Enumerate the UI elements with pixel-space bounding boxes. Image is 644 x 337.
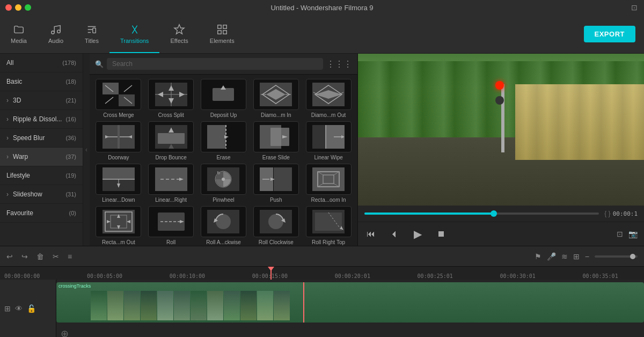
svg-rect-7 [223,30,226,33]
svg-point-0 [52,31,55,34]
settings-button[interactable]: ≡ [68,252,72,261]
transition-recta-out[interactable]: Recta...m Out [94,206,143,245]
transition-thumb-erase [201,121,246,152]
split-icon[interactable]: ⊞ [573,252,580,261]
tab-transitions[interactable]: Transitions [109,15,159,53]
redo-button[interactable]: ↪ [21,252,28,261]
rewind-button[interactable]: ⏮ [364,227,377,241]
svg-marker-3 [174,24,184,33]
panel-collapse-button[interactable]: ‹ [83,54,90,246]
svg-rect-56 [312,125,326,149]
transition-roll-ackwise[interactable]: Roll A...ckwise [199,206,248,245]
minimize-button[interactable] [15,4,21,11]
transition-cross-split[interactable]: Cross Split [147,79,196,118]
track-lock-icon[interactable]: 🔓 [27,304,36,313]
export-button[interactable]: EXPORT [584,26,635,42]
zoom-out-icon[interactable]: − [585,252,589,261]
tab-elements[interactable]: Elements [199,15,245,53]
zoom-track [595,255,638,258]
transition-doorway[interactable]: Doorway [94,121,143,160]
transition-roll[interactable]: Roll [147,206,196,245]
transition-diamond-in[interactable]: Diamo...m In [251,79,301,118]
cut-button[interactable]: ✂ [53,252,59,261]
zoom-slider[interactable] [595,255,638,258]
transition-erase-slide[interactable]: Erase Slide [251,121,301,160]
sidebar-item-basic[interactable]: Basic (18) [0,72,83,91]
sidebar-item-warp[interactable]: › Warp (37) [0,148,83,166]
sidebar-item-all[interactable]: All (178) [0,54,83,72]
signal-light-green [495,96,504,105]
transition-roll-right-top[interactable]: Roll Right Top [304,206,353,245]
train-stripes [515,84,644,160]
ruler-mark-3: 00:00:15:00 [252,273,288,279]
tab-media[interactable]: Media [0,15,38,53]
track-label-icons: ⊞ 👁 🔓 [4,304,52,313]
playhead-ruler[interactable] [270,267,272,280]
step-back-button[interactable]: ⏴ [388,227,401,241]
add-track-button[interactable]: ⊕ [61,328,69,337]
clip-frame [257,291,273,320]
playhead-track-line [303,282,304,323]
tab-effects[interactable]: Effects [159,15,199,53]
delete-button[interactable]: 🗑 [36,252,44,261]
arrow-icon-slideshow: › [6,191,9,198]
main-toolbar: Media Audio Titles Transitions Effects E… [0,15,644,54]
grid-view-toggle[interactable]: ⋮⋮⋮ [326,59,352,69]
transition-linear-wipe[interactable]: Linear Wipe [304,121,353,160]
search-input[interactable] [107,58,323,70]
transition-recta-in[interactable]: Recta...oom In [304,164,353,203]
sidebar-item-slideshow[interactable]: › Slideshow (31) [0,185,83,204]
zoom-thumb[interactable] [630,254,635,259]
preview-time-box: { } 00:00:1 [604,210,638,217]
tab-titles[interactable]: Titles [74,15,109,53]
clip-frame [191,291,207,320]
snapshot-icon[interactable]: 📷 [628,230,638,238]
sidebar-item-speedblur[interactable]: › Speed Blur (36) [0,129,83,148]
transition-thumb-cross-split [148,79,194,110]
sidebar-item-3d[interactable]: › 3D (21) [0,91,83,110]
stop-button[interactable]: ⏹ [435,227,448,241]
transition-push[interactable]: Push [251,164,301,203]
arrow-icon-warp: › [6,153,9,160]
mic-icon[interactable]: 🎤 [547,252,556,261]
transition-drop-bounce[interactable]: Drop Bounce [147,121,196,160]
preview-progress-fill [364,213,494,215]
transition-cross-merge[interactable]: Cross Merge [94,79,143,118]
maximize-button[interactable] [25,4,31,11]
sidebar-item-ripple[interactable]: › Ripple & Dissol... (16) [0,110,83,129]
music-icon [50,24,62,35]
transition-thumb-recta-in [306,164,352,195]
clip-label: crossingTracks [58,283,91,289]
track-eye-icon[interactable]: 👁 [15,304,23,313]
transition-linear-down[interactable]: Linear...Down [94,164,143,203]
transition-thumb-roll-right-top [306,206,352,237]
sidebar-item-favourite[interactable]: Favourite (0) [0,204,83,223]
timeline-tracks: ⊞ 👁 🔓 crossingTracks [0,280,644,337]
sidebar-item-lifestyle[interactable]: Lifestyle (19) [0,166,83,185]
transition-thumb-cross-merge [96,79,141,110]
track-grid-icon[interactable]: ⊞ [4,304,11,313]
ruler-mark-2: 00:00:10:00 [170,273,205,279]
transition-pinwheel[interactable]: ↻ Pinwheel [199,164,248,203]
pip-icon[interactable]: ⊡ [617,230,623,238]
transitions-grid-panel: 🔍 ⋮⋮⋮ [90,54,358,246]
svg-rect-8 [103,83,119,94]
close-button[interactable] [5,4,12,11]
transition-erase[interactable]: Erase [199,121,248,160]
layers-icon[interactable]: ≋ [561,252,568,261]
window-icon: ⊡ [631,3,638,12]
video-clip[interactable]: crossingTracks [56,282,644,323]
signal-light-red [495,81,504,90]
flag-icon[interactable]: ⚑ [535,252,541,261]
preview-time: 00:00:1 [613,210,638,217]
transition-diamond-out[interactable]: Diamo...m Out [304,79,353,118]
play-button[interactable]: ▶ [412,225,424,243]
tab-audio[interactable]: Audio [38,15,74,53]
preview-progress-thumb[interactable] [491,210,497,217]
transition-roll-clockwise[interactable]: Roll Clockwise [251,206,301,245]
svg-rect-5 [223,25,226,28]
preview-progress-track[interactable] [364,213,599,215]
transition-linear-right[interactable]: Linear...Right [147,164,196,203]
undo-button[interactable]: ↩ [6,252,13,261]
transition-deposit-up[interactable]: Deposit Up [199,79,248,118]
